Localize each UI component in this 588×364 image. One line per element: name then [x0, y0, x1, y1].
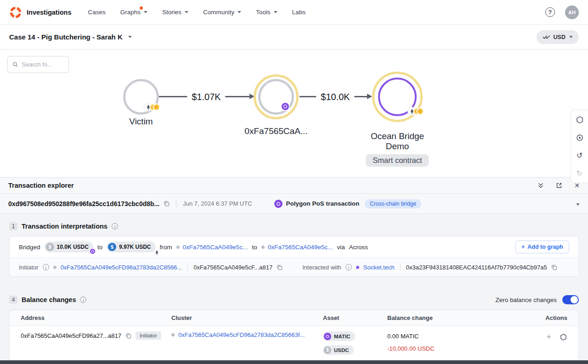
- graph-canvas[interactable]: $1.07K $10.0K Victim 0xFa7565CaA... Ocea…: [0, 50, 588, 177]
- toggle-knob: [571, 296, 578, 303]
- case-title-dropdown[interactable]: Case 14 - Pig Butchering - Sarah K: [9, 33, 132, 41]
- copy-icon[interactable]: [125, 333, 131, 339]
- avatar[interactable]: AH: [565, 6, 579, 19]
- cluster-dot: [171, 333, 175, 336]
- section-title: Balance changes: [22, 296, 76, 303]
- node-label[interactable]: Victim: [129, 117, 153, 127]
- zero-balance-label: Zero balance changes: [495, 297, 557, 303]
- info-glyph: i: [348, 265, 349, 270]
- initiator-tag: Initiator: [136, 331, 161, 340]
- add-address-to-graph-icon[interactable]: +: [546, 333, 551, 341]
- copy-icon[interactable]: [551, 264, 557, 270]
- nav-item-graphs[interactable]: Graphs: [120, 9, 147, 16]
- undo-icon[interactable]: ↺: [576, 151, 583, 159]
- add-to-graph-button[interactable]: + Add to graph: [515, 241, 569, 253]
- polygon-icon: [324, 333, 331, 340]
- help-icon[interactable]: ?: [545, 7, 555, 17]
- nav-item-label: Tools: [256, 9, 271, 16]
- usdc-grayed-icon: $: [46, 243, 54, 251]
- currency-selector[interactable]: USD: [537, 30, 579, 44]
- chevron-down-icon: [274, 11, 277, 13]
- redo-icon[interactable]: ↻: [576, 169, 583, 177]
- edge-value-label[interactable]: $10.0K: [316, 91, 354, 103]
- initiator-label: Initiator: [19, 264, 39, 271]
- token-coin-icon: [417, 108, 423, 114]
- section-count-badge: 4: [9, 296, 17, 304]
- expand-transaction-icon[interactable]: [576, 200, 580, 207]
- plus-icon: +: [521, 244, 525, 250]
- balance-changes-section-header: 4 Balance changes i Zero balance changes: [9, 295, 579, 304]
- node-label[interactable]: Ocean Bridge Demo: [363, 131, 432, 151]
- search-input[interactable]: [22, 61, 64, 68]
- search-icon: [12, 61, 18, 68]
- copy-icon[interactable]: [164, 201, 170, 207]
- table-header-row: Address Cluster Asset Balance change Act…: [10, 310, 578, 326]
- chainalysis-logo-icon[interactable]: [9, 6, 22, 19]
- address-cell: 0xFa7565CaA049e5cFD96a27...a817 Initiato…: [21, 331, 171, 340]
- to-address-link[interactable]: 0xFa7565CaA049e5c...: [268, 244, 333, 251]
- interpretation-sub-row: Initiator i 0xFa7565CaA049e5cFD96a2783da…: [10, 258, 578, 276]
- actions-cell: +: [525, 331, 567, 341]
- usdc-asset-chip: $ USDC: [323, 345, 354, 355]
- interpretation-main-row: Bridged $ 10.0K USDC to $ 9.97K USDC fro…: [10, 236, 578, 258]
- from-asset-pill[interactable]: $ 10.0K USDC: [45, 241, 93, 252]
- open-in-new-icon[interactable]: [556, 182, 562, 189]
- bridge-name: Across: [349, 244, 368, 251]
- balance-change-matic: 0.00 MATIC: [387, 333, 525, 340]
- nav-item-cases[interactable]: Cases: [88, 9, 106, 16]
- node-shape-icon[interactable]: [576, 116, 583, 123]
- edge-value-label[interactable]: $1.07K: [187, 91, 225, 103]
- main-nav: Cases Graphs Stories Community Tools Lab…: [88, 9, 306, 16]
- info-glyph: i: [114, 224, 115, 229]
- nav-item-tools[interactable]: Tools: [256, 9, 277, 16]
- divider: [187, 264, 188, 270]
- from-address-link[interactable]: 0xFa7565CaA049e5c...: [183, 244, 248, 251]
- horizontal-scrollbar[interactable]: [0, 360, 588, 364]
- column-header-balance-change: Balance change: [387, 314, 525, 321]
- zero-balance-toggle[interactable]: [562, 295, 579, 304]
- table-row[interactable]: 0xFa7565CaA049e5cFD96a27...a817 Initiato…: [10, 326, 578, 355]
- row-cluster-link[interactable]: 0xFa7565CaA049e5cFD96a2783da2C85663f...: [178, 331, 305, 338]
- interacted-cluster-link[interactable]: Socket.tech: [363, 264, 395, 271]
- nav-item-label: Community: [203, 9, 234, 16]
- transaction-hash: 0xd967508ed950288f9e96fa25cc1d6173cbc0d8…: [8, 200, 159, 207]
- graph-edge-victim-to-intermediary[interactable]: $1.07K: [159, 96, 254, 97]
- explorer-header: Transaction explorer ✕: [0, 177, 588, 194]
- node-shape-icon[interactable]: [560, 333, 567, 341]
- asset-cell: MATIC $ USDC: [323, 331, 387, 355]
- help-glyph: ?: [548, 9, 552, 16]
- nav-item-stories[interactable]: Stories: [162, 9, 188, 16]
- asset-badge: [144, 103, 159, 111]
- copy-icon[interactable]: [277, 264, 283, 270]
- divider: [176, 200, 176, 207]
- nav-item-community[interactable]: Community: [203, 9, 241, 16]
- info-icon[interactable]: i: [43, 264, 49, 270]
- nav-item-labs[interactable]: Labs: [292, 9, 305, 16]
- node-label[interactable]: 0xFa7565CaA...: [223, 126, 329, 136]
- center-target-icon[interactable]: [576, 134, 583, 141]
- info-icon[interactable]: i: [112, 223, 118, 230]
- from-asset-amount: 10.0K USDC: [57, 244, 89, 250]
- asset-badge: [408, 107, 423, 115]
- cluster-dot-purple: [356, 266, 359, 269]
- initiator-address: 0xFa7565CaA049e5cF...a817: [193, 264, 272, 271]
- initiator-cluster-link[interactable]: 0xFa7565CaA049e5cFD96a2783da2C8566...: [61, 264, 182, 271]
- info-icon[interactable]: i: [80, 297, 86, 303]
- explorer-content: 1 Transaction interpretations i Bridged …: [0, 214, 588, 360]
- graph-edge-intermediary-to-bridge[interactable]: $10.0K: [300, 96, 371, 97]
- network-badge: [281, 102, 290, 111]
- graph-toolbar: ↺ ↻: [571, 110, 588, 183]
- cluster-dot: [53, 266, 57, 269]
- to-asset-pill[interactable]: $ 9.97K USDC: [107, 241, 155, 252]
- info-glyph: i: [45, 265, 46, 270]
- collapse-panel-icon[interactable]: [537, 182, 544, 189]
- polygon-mini-icon: [90, 248, 96, 254]
- cluster-dot: [176, 246, 180, 249]
- transaction-timestamp: Jun 7, 2024 6:37 PM UTC: [183, 200, 252, 207]
- info-icon[interactable]: i: [345, 264, 352, 270]
- action-label: Bridged: [19, 244, 40, 251]
- smart-contract-tag: Smart contract: [366, 154, 429, 167]
- nav-item-label: Labs: [292, 9, 305, 16]
- asset-symbol: USDC: [334, 347, 349, 353]
- matic-asset-chip: MATIC: [323, 331, 355, 341]
